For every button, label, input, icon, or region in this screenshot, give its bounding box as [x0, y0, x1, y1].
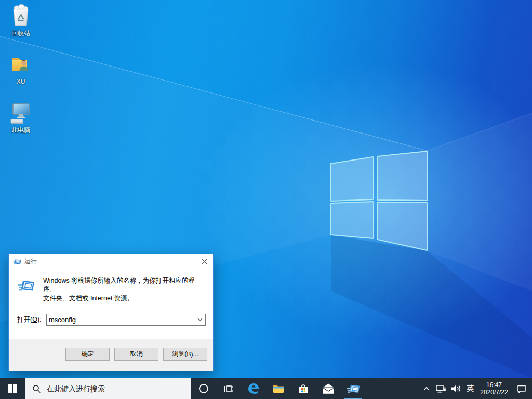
recycle-bin-icon	[8, 3, 33, 28]
mail-button[interactable]	[316, 378, 341, 399]
taskbar: 英 16:47 2020/7/22	[0, 378, 532, 399]
combobox-dropdown-button[interactable]	[195, 314, 205, 325]
action-center-button[interactable]	[511, 378, 532, 399]
desktop-icon-label: 回收站	[11, 30, 30, 37]
desktop-icon-recycle-bin[interactable]: 回收站	[1, 3, 41, 37]
desktop-icon-list: 回收站 XU	[1, 3, 41, 148]
windows-start-icon	[8, 384, 17, 393]
cortana-button[interactable]	[191, 378, 216, 399]
description-line-2: 文件夹、文档或 Internet 资源。	[43, 294, 206, 303]
cancel-button[interactable]: 取消	[114, 348, 158, 361]
open-row: 打开(O):	[9, 314, 213, 326]
desktop-icon-this-pc[interactable]: 此电脑	[1, 100, 41, 134]
ok-button[interactable]: 确定	[65, 348, 110, 361]
search-input[interactable]	[47, 384, 177, 393]
tray-ime-indicator[interactable]: 英	[463, 378, 477, 399]
taskbar-search[interactable]	[25, 378, 191, 399]
store-icon	[297, 382, 310, 395]
edge-button[interactable]	[241, 378, 266, 399]
close-icon	[202, 259, 207, 264]
action-center-icon	[516, 384, 527, 394]
tray-date: 2020/7/22	[480, 389, 508, 396]
desktop[interactable]: 回收站 XU	[0, 0, 532, 378]
browse-button[interactable]: 浏览(B)...	[163, 348, 207, 361]
run-flying-window-icon	[17, 277, 36, 294]
system-tray: 英 16:47 2020/7/22	[420, 378, 532, 399]
run-dialog-footer: 确定 取消 浏览(B)...	[9, 339, 213, 371]
file-explorer-icon	[272, 382, 285, 395]
network-icon	[435, 384, 446, 394]
task-view-button[interactable]	[216, 378, 241, 399]
description-line-1: Windows 将根据你所输入的名称，为你打开相应的程序、	[43, 276, 206, 294]
task-view-icon	[223, 383, 234, 394]
run-window-icon	[13, 258, 21, 266]
this-pc-icon	[8, 100, 33, 125]
run-combobox[interactable]	[46, 314, 206, 326]
file-explorer-button[interactable]	[266, 378, 291, 399]
tray-network-button[interactable]	[433, 378, 448, 399]
volume-icon	[450, 383, 461, 394]
chevron-up-icon	[422, 385, 431, 392]
run-app-button[interactable]	[341, 378, 366, 399]
user-folder-icon	[8, 51, 33, 76]
mail-icon	[322, 382, 335, 395]
tray-show-hidden-icons[interactable]	[420, 378, 433, 399]
store-button[interactable]	[291, 378, 316, 399]
run-dialog-body: Windows 将根据你所输入的名称，为你打开相应的程序、 文件夹、文档或 In…	[9, 269, 213, 303]
cortana-icon	[198, 383, 209, 394]
start-button[interactable]	[0, 378, 25, 399]
tray-time: 16:47	[486, 381, 502, 389]
dialog-title: 运行	[24, 257, 37, 266]
desktop-icon-user-folder[interactable]: XU	[1, 51, 41, 85]
run-command-input[interactable]	[47, 314, 195, 325]
run-dialog: 运行 Windows 将根据你所输入的名称，为你打开相应的程序、 文件夹、文档或…	[8, 254, 214, 371]
run-flying-window-icon	[347, 382, 360, 395]
run-dialog-description: Windows 将根据你所输入的名称，为你打开相应的程序、 文件夹、文档或 In…	[43, 276, 206, 303]
tray-volume-button[interactable]	[448, 378, 463, 399]
edge-icon	[247, 382, 260, 395]
desktop-icon-label: XU	[17, 78, 25, 85]
run-dialog-titlebar[interactable]: 运行	[9, 254, 213, 269]
open-label: 打开(O):	[17, 315, 46, 324]
search-icon	[32, 384, 41, 393]
dropdown-chevron-icon	[197, 318, 203, 322]
close-button[interactable]	[195, 254, 213, 269]
tray-clock[interactable]: 16:47 2020/7/22	[477, 378, 511, 399]
desktop-icon-label: 此电脑	[11, 126, 30, 134]
